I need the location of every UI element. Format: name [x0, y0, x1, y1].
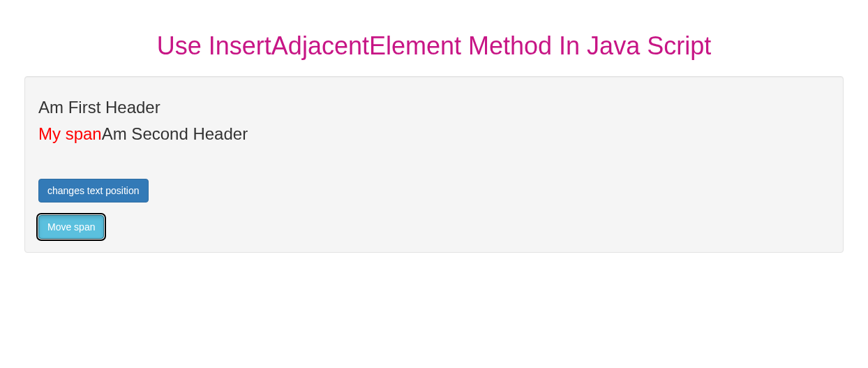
my-span: My span	[38, 124, 102, 143]
demo-well: Am First Header My spanAm Second Header …	[24, 76, 844, 253]
move-span-button[interactable]: Move span	[38, 215, 104, 239]
page-title: Use InsertAdjacentElement Method In Java…	[10, 31, 858, 61]
changes-text-position-button[interactable]: changes text position	[38, 179, 149, 203]
first-header: Am First Header	[38, 98, 830, 117]
second-header: My spanAm Second Header	[38, 125, 830, 143]
second-header-text: Am Second Header	[102, 124, 248, 143]
